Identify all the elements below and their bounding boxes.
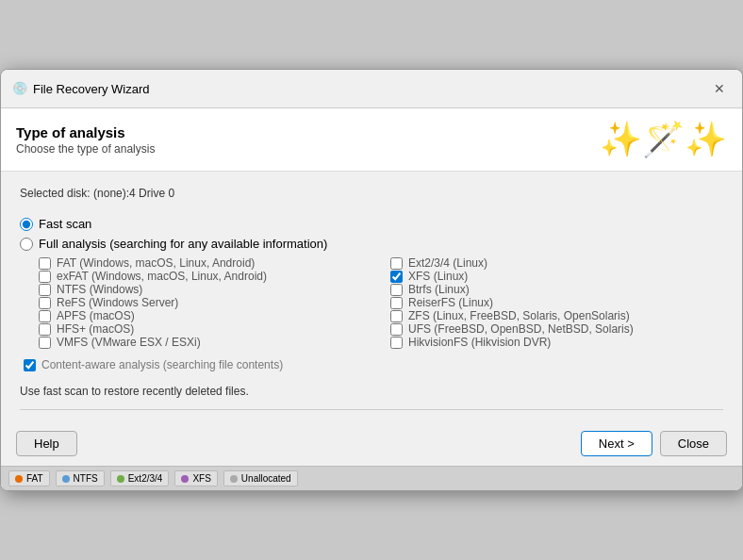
taskbar-xfs: XFS xyxy=(174,470,217,486)
content-aware-section: Content-aware analysis (searching file c… xyxy=(24,358,723,371)
fs-apfs-checkbox[interactable] xyxy=(39,310,51,322)
taskbar-ext234-label: Ext2/3/4 xyxy=(128,473,163,484)
taskbar: FAT NTFS Ext2/3/4 XFS Unallocated xyxy=(1,466,742,490)
fs-ufs-checkbox[interactable] xyxy=(390,323,403,336)
fs-reiserfs: ReiserFS (Linux) xyxy=(390,296,723,309)
dialog-close-button[interactable]: Close xyxy=(660,431,727,456)
fs-hfsplus-label: HFS+ (macOS) xyxy=(57,322,134,336)
taskbar-ntfs-dot xyxy=(62,475,70,483)
content-aware-checkbox[interactable] xyxy=(24,359,36,371)
footer-right-buttons: Next > Close xyxy=(581,431,727,456)
content-area: Selected disk: (none):4 Drive 0 Fast sca… xyxy=(1,172,742,421)
fs-zfs-checkbox[interactable] xyxy=(390,310,403,322)
taskbar-unallocated: Unallocated xyxy=(223,470,298,486)
fs-exfat: exFAT (Windows, macOS, Linux, Android) xyxy=(39,270,372,283)
taskbar-ntfs: NTFS xyxy=(56,470,105,486)
fs-refs-checkbox[interactable] xyxy=(39,297,51,309)
app-icon: 💿 xyxy=(12,81,27,96)
file-recovery-dialog: 💿 File Recovery Wizard ✕ Type of analysi… xyxy=(0,69,743,491)
fs-hikvision-label: HikvisionFS (Hikvision DVR) xyxy=(408,336,551,349)
fs-refs: ReFS (Windows Server) xyxy=(39,296,372,309)
taskbar-fat: FAT xyxy=(8,470,50,486)
fs-apfs-label: APFS (macOS) xyxy=(57,309,135,322)
taskbar-xfs-label: XFS xyxy=(192,473,210,484)
header-text: Type of analysis Choose the type of anal… xyxy=(16,124,155,156)
fs-hikvision: HikvisionFS (Hikvision DVR) xyxy=(390,336,723,349)
fs-zfs: ZFS (Linux, FreeBSD, Solaris, OpenSolari… xyxy=(390,309,723,322)
fs-hfsplus: HFS+ (macOS) xyxy=(39,322,372,336)
filesystem-grid: FAT (Windows, macOS, Linux, Android) exF… xyxy=(39,256,723,349)
fs-ntfs-label: NTFS (Windows) xyxy=(57,283,142,296)
info-text: Use fast scan to restore recently delete… xyxy=(20,385,723,410)
fs-reiserfs-label: ReiserFS (Linux) xyxy=(408,296,493,309)
fs-hikvision-checkbox[interactable] xyxy=(390,337,403,349)
fs-fat: FAT (Windows, macOS, Linux, Android) xyxy=(39,256,372,270)
dialog-title: File Recovery Wizard xyxy=(33,82,150,96)
fs-ntfs-checkbox[interactable] xyxy=(39,284,51,296)
header-section: Type of analysis Choose the type of anal… xyxy=(1,108,742,172)
fs-ext234-checkbox[interactable] xyxy=(390,257,403,270)
section-heading: Type of analysis xyxy=(16,124,155,140)
fs-ext234-label: Ext2/3/4 (Linux) xyxy=(408,256,487,270)
fs-fat-checkbox[interactable] xyxy=(39,257,51,270)
fs-vmfs: VMFS (VMware ESX / ESXi) xyxy=(39,336,372,349)
fs-reiserfs-checkbox[interactable] xyxy=(390,297,403,309)
scan-options-group: Fast scan Full analysis (searching for a… xyxy=(20,217,723,251)
footer: Help Next > Close xyxy=(1,421,742,466)
section-subtext: Choose the type of analysis xyxy=(16,142,155,156)
fs-vmfs-checkbox[interactable] xyxy=(39,337,51,349)
fs-exfat-checkbox[interactable] xyxy=(39,271,51,283)
taskbar-unallocated-label: Unallocated xyxy=(241,473,291,484)
fs-apfs: APFS (macOS) xyxy=(39,309,372,322)
taskbar-ext234-dot xyxy=(117,475,124,483)
taskbar-fat-label: FAT xyxy=(26,473,43,484)
dialog-body: Selected disk: (none):4 Drive 0 Fast sca… xyxy=(1,172,742,490)
fs-refs-label: ReFS (Windows Server) xyxy=(57,296,178,309)
title-bar: 💿 File Recovery Wizard ✕ xyxy=(1,70,742,108)
fs-vmfs-label: VMFS (VMware ESX / ESXi) xyxy=(57,336,201,349)
full-analysis-option[interactable]: Full analysis (searching for any availab… xyxy=(20,237,723,251)
fast-scan-radio[interactable] xyxy=(20,218,33,231)
taskbar-ext234: Ext2/3/4 xyxy=(110,470,170,486)
selected-disk-label: Selected disk: (none):4 Drive 0 xyxy=(20,183,723,204)
fs-xfs: XFS (Linux) xyxy=(390,270,723,283)
fs-ufs-label: UFS (FreeBSD, OpenBSD, NetBSD, Solaris) xyxy=(408,322,634,336)
fs-xfs-label: XFS (Linux) xyxy=(408,270,468,283)
full-analysis-radio[interactable] xyxy=(20,238,33,251)
full-analysis-label: Full analysis (searching for any availab… xyxy=(39,237,327,251)
taskbar-unallocated-dot xyxy=(230,475,238,483)
fs-btrfs-label: Btrfs (Linux) xyxy=(408,283,470,296)
fast-scan-label: Fast scan xyxy=(39,217,91,231)
fs-right-column: Ext2/3/4 (Linux) XFS (Linux) Btrfs (Linu… xyxy=(390,256,723,349)
fs-btrfs-checkbox[interactable] xyxy=(390,284,403,296)
fs-hfsplus-checkbox[interactable] xyxy=(39,323,51,336)
next-button[interactable]: Next > xyxy=(581,431,652,456)
fast-scan-option[interactable]: Fast scan xyxy=(20,217,723,231)
title-bar-left: 💿 File Recovery Wizard xyxy=(12,81,150,96)
help-button[interactable]: Help xyxy=(16,431,77,456)
taskbar-ntfs-label: NTFS xyxy=(74,473,98,484)
taskbar-fat-dot xyxy=(15,475,23,483)
fs-exfat-label: exFAT (Windows, macOS, Linux, Android) xyxy=(57,270,267,283)
wizard-icon: ✨🪄✨ xyxy=(600,120,727,159)
content-aware-label: Content-aware analysis (searching file c… xyxy=(41,358,283,371)
close-window-button[interactable]: ✕ xyxy=(708,77,731,100)
fs-btrfs: Btrfs (Linux) xyxy=(390,283,723,296)
fs-ntfs: NTFS (Windows) xyxy=(39,283,372,296)
fs-zfs-label: ZFS (Linux, FreeBSD, Solaris, OpenSolari… xyxy=(408,309,630,322)
fs-left-column: FAT (Windows, macOS, Linux, Android) exF… xyxy=(39,256,372,349)
taskbar-xfs-dot xyxy=(181,475,189,483)
fs-ufs: UFS (FreeBSD, OpenBSD, NetBSD, Solaris) xyxy=(390,322,723,336)
fs-xfs-checkbox[interactable] xyxy=(390,271,403,283)
fs-ext234: Ext2/3/4 (Linux) xyxy=(390,256,723,270)
fs-fat-label: FAT (Windows, macOS, Linux, Android) xyxy=(57,256,255,270)
